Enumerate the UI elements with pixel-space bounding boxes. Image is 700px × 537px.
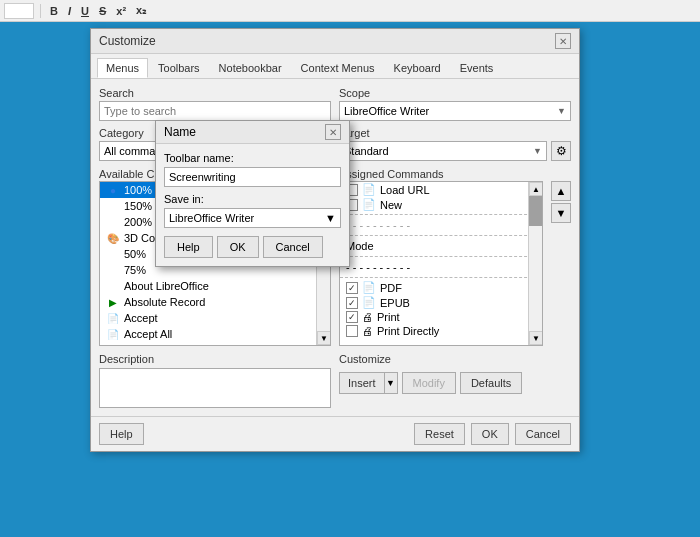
target-settings-button[interactable]: ⚙ xyxy=(551,141,571,161)
list-item[interactable]: 📄 Accept xyxy=(100,310,330,326)
description-label: Description xyxy=(99,353,154,365)
cancel-button[interactable]: Cancel xyxy=(515,423,571,445)
list-item[interactable]: ▶ Absolute Record xyxy=(100,294,330,310)
bold-button[interactable]: B xyxy=(47,4,61,18)
item-icon-3d: 🎨 xyxy=(106,231,120,245)
assigned-commands-list[interactable]: 📄 Load URL 📄 New - - - - - - - - - - Mod… xyxy=(339,181,543,346)
customize-label: Customize xyxy=(339,353,391,365)
list-item[interactable]: ✓ 🖨 Print xyxy=(340,310,542,324)
list-item[interactable]: 🖨 Print Directly xyxy=(340,324,542,338)
tab-bar: Menus Toolbars Notebookbar Context Menus… xyxy=(91,54,579,79)
list-separator xyxy=(340,256,542,257)
insert-split-button[interactable]: Insert ▼ xyxy=(339,372,398,394)
item-icon-doc: 📄 xyxy=(106,343,120,346)
subscript-button[interactable]: x₂ xyxy=(133,3,149,18)
modify-button[interactable]: Modify xyxy=(402,372,456,394)
list-item[interactable]: 📄 Accept and Move to Next xyxy=(100,342,330,346)
insert-button[interactable]: Insert xyxy=(339,372,384,394)
name-cancel-button[interactable]: Cancel xyxy=(263,236,323,258)
checkbox-checked[interactable]: ✓ xyxy=(346,297,358,309)
item-icon-printer: 🖨 xyxy=(362,311,373,323)
separator-label: - - - - - - - - - - xyxy=(340,217,542,233)
toolbar: 12 pt B I U S x² x₂ xyxy=(0,0,700,22)
item-icon-circle: ● xyxy=(106,183,120,197)
customize-section: Customize Insert ▼ Modify Defaults xyxy=(339,352,571,408)
search-input[interactable] xyxy=(99,101,331,121)
defaults-button[interactable]: Defaults xyxy=(460,372,522,394)
list-item[interactable]: ✓ 📄 EPUB xyxy=(340,295,542,310)
tab-keyboard[interactable]: Keyboard xyxy=(385,58,450,78)
tab-events[interactable]: Events xyxy=(451,58,503,78)
ok-button[interactable]: OK xyxy=(471,423,509,445)
name-dialog-content: Toolbar name: Save in: LibreOffice Write… xyxy=(156,144,349,266)
toolbar-name-label: Toolbar name: xyxy=(164,152,341,164)
customize-btn-row: Insert ▼ Modify Defaults xyxy=(339,372,571,394)
underline-button[interactable]: U xyxy=(78,4,92,18)
tab-menus[interactable]: Menus xyxy=(97,58,148,78)
list-item[interactable]: 📄 Accept All xyxy=(100,326,330,342)
right-column: Scope LibreOffice Writer ▼ Target Standa… xyxy=(339,87,571,161)
dialog-title: Customize xyxy=(99,34,156,48)
font-size-input[interactable]: 12 pt xyxy=(4,3,34,19)
move-down-button[interactable]: ▼ xyxy=(551,203,571,223)
scroll-down-button[interactable]: ▼ xyxy=(317,331,331,345)
checkbox-checked[interactable]: ✓ xyxy=(346,311,358,323)
item-icon-doc: 📄 xyxy=(362,198,376,211)
search-label: Search xyxy=(99,87,331,99)
help-button[interactable]: Help xyxy=(99,423,144,445)
save-in-label: Save in: xyxy=(164,193,341,205)
right-panel-wrapper: 📄 Load URL 📄 New - - - - - - - - - - Mod… xyxy=(339,181,571,346)
tab-toolbars[interactable]: Toolbars xyxy=(149,58,209,78)
italic-button[interactable]: I xyxy=(65,4,74,18)
right-scroll-down[interactable]: ▼ xyxy=(529,331,543,345)
right-scroll-track[interactable] xyxy=(529,196,542,216)
insert-arrow-button[interactable]: ▼ xyxy=(384,372,398,394)
save-in-combo[interactable]: LibreOffice Writer ▼ xyxy=(164,208,341,228)
name-dialog-titlebar: Name ✕ xyxy=(156,121,349,144)
checkbox-checked[interactable]: ✓ xyxy=(346,282,358,294)
right-list-scrollbar[interactable]: ▲ ▼ xyxy=(528,182,542,345)
list-item[interactable]: - - - - - - - - - - xyxy=(340,259,542,275)
name-dialog-buttons: Help OK Cancel xyxy=(164,236,341,258)
dialog-footer: Help Reset OK Cancel xyxy=(91,416,579,451)
checkbox[interactable] xyxy=(346,325,358,337)
reset-button[interactable]: Reset xyxy=(414,423,465,445)
toolbar-name-input[interactable] xyxy=(164,167,341,187)
scope-combo[interactable]: LibreOffice Writer ▼ xyxy=(339,101,571,121)
name-ok-button[interactable]: OK xyxy=(217,236,259,258)
list-separator xyxy=(340,277,542,278)
item-icon-doc: 📄 xyxy=(362,296,376,309)
item-icon-doc: 📄 xyxy=(362,183,376,196)
description-section: Description xyxy=(99,352,331,408)
name-dialog-close-button[interactable]: ✕ xyxy=(325,124,341,140)
tab-notebookbar[interactable]: Notebookbar xyxy=(210,58,291,78)
target-combo[interactable]: Standard ▼ xyxy=(339,141,547,161)
scope-value: LibreOffice Writer xyxy=(344,105,429,117)
list-item[interactable]: Mode xyxy=(340,238,542,254)
list-item[interactable]: About LibreOffice xyxy=(100,278,330,294)
bottom-area: Description Customize Insert ▼ Modify De… xyxy=(99,352,571,408)
dialog-close-button[interactable]: ✕ xyxy=(555,33,571,49)
superscript-button[interactable]: x² xyxy=(113,4,129,18)
assigned-commands-label: Assigned Commands xyxy=(339,168,444,180)
list-item[interactable]: 📄 Load URL xyxy=(340,182,542,197)
side-buttons: ▲ ▼ xyxy=(551,181,571,346)
target-value: Standard xyxy=(344,145,389,157)
tab-context-menus[interactable]: Context Menus xyxy=(292,58,384,78)
scope-arrow-icon: ▼ xyxy=(557,106,566,116)
right-scroll-up[interactable]: ▲ xyxy=(529,182,543,196)
assigned-commands-section: Assigned Commands 📄 Load URL 📄 New xyxy=(339,167,571,346)
target-arrow-icon: ▼ xyxy=(533,146,542,156)
list-item[interactable]: 📄 New xyxy=(340,197,542,212)
dialog-titlebar: Customize ✕ xyxy=(91,29,579,54)
save-in-value: LibreOffice Writer xyxy=(169,212,254,224)
name-dialog: Name ✕ Toolbar name: Save in: LibreOffic… xyxy=(155,120,350,267)
right-scroll-thumb xyxy=(529,196,542,226)
name-help-button[interactable]: Help xyxy=(164,236,213,258)
list-separator xyxy=(340,214,542,215)
list-separator xyxy=(340,235,542,236)
list-item[interactable]: ✓ 📄 PDF xyxy=(340,280,542,295)
move-up-button[interactable]: ▲ xyxy=(551,181,571,201)
strikethrough-button[interactable]: S xyxy=(96,4,109,18)
item-icon-empty xyxy=(106,199,120,213)
